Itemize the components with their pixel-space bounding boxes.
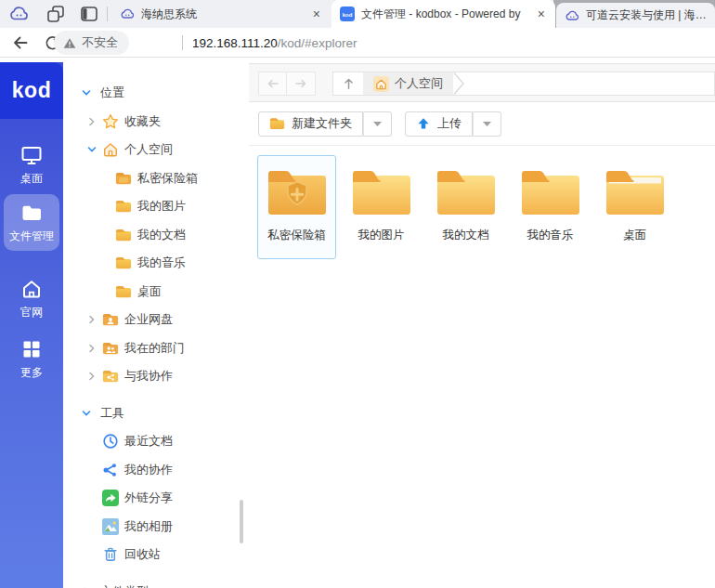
tree-item-recycle-bin[interactable]: 回收站 — [63, 541, 249, 569]
folder-icon — [436, 166, 497, 216]
tree-item-favorites[interactable]: 收藏夹 — [63, 108, 249, 137]
tree-label: 收藏夹 — [124, 113, 161, 130]
tree-label: 我的协作 — [124, 462, 173, 478]
sidebar-item-desktop[interactable]: 桌面 — [4, 137, 59, 193]
tab-hinas-system[interactable]: 海纳思系统 × — [111, 0, 331, 28]
file-item-my-pictures[interactable]: 我的图片 — [342, 155, 421, 259]
star-icon — [102, 113, 119, 130]
tree-scrollbar[interactable] — [240, 500, 243, 543]
folder-icon — [115, 227, 132, 243]
upload-button[interactable]: 上传 — [405, 111, 473, 137]
tree-item-my-albums[interactable]: 我的相册 — [63, 513, 249, 542]
arrow-left-icon — [266, 76, 280, 91]
upload-label: 上传 — [437, 115, 462, 132]
toolbar: 新建文件夹 上传 — [249, 102, 715, 146]
folder-icon — [115, 198, 132, 215]
file-browser-panel: 个人空间 新建文件夹 上传 — [249, 58, 715, 588]
tree-section-file-types[interactable]: 文件类型 — [63, 578, 249, 588]
back-icon[interactable] — [11, 33, 30, 52]
security-label: 不安全 — [82, 34, 118, 51]
history-back-button[interactable] — [258, 72, 287, 96]
close-icon[interactable]: × — [536, 7, 547, 20]
folder-department-icon — [102, 340, 119, 357]
tree-label: 工具 — [100, 405, 124, 422]
file-item-desktop[interactable]: 桌面 — [595, 155, 674, 259]
tree-label: 我的文档 — [137, 227, 186, 243]
share-nodes-icon — [102, 462, 119, 478]
tree-label: 我在的部门 — [124, 340, 185, 357]
file-label: 私密保险箱 — [267, 228, 326, 243]
split-screen-icon[interactable] — [79, 4, 99, 24]
tree-item-my-collaboration[interactable]: 我的协作 — [63, 456, 249, 485]
history-forward-button[interactable] — [287, 72, 316, 96]
tree-item-recent-documents[interactable]: 最近文档 — [63, 427, 249, 456]
monitor-icon — [20, 144, 43, 166]
tree-label: 外链分享 — [124, 490, 173, 506]
sidebar-item-more[interactable]: 更多 — [4, 331, 59, 387]
sidebar-item-label: 更多 — [20, 365, 43, 381]
tree-item-my-departments[interactable]: 我在的部门 — [63, 334, 249, 363]
tree-item-my-documents[interactable]: 我的文档 — [63, 221, 249, 250]
folder-icon — [351, 166, 412, 216]
arrow-up-icon — [342, 76, 356, 91]
new-folder-dropdown-button[interactable] — [363, 111, 392, 137]
tree-section-tools[interactable]: 工具 — [63, 399, 249, 428]
kod-logo-text: kod — [12, 78, 51, 103]
chevron-down-icon[interactable] — [82, 88, 91, 98]
tree-item-enterprise-drive[interactable]: 企业网盘 — [63, 306, 249, 334]
file-grid: 私密保险箱 我的图片 我的文档 — [249, 146, 715, 588]
vault-folder-icon — [266, 166, 328, 216]
tree-item-shared-with-me[interactable]: 与我协作 — [63, 362, 249, 391]
sidebar-item-file-manager[interactable]: 文件管理 — [4, 194, 59, 251]
file-label: 桌面 — [623, 228, 646, 243]
tab-kodcloud-docs[interactable]: 可道云安装与使用 | 海纳思 — [556, 3, 715, 28]
tree-item-my-music[interactable]: 我的音乐 — [63, 249, 249, 278]
workspace-cloud-icon[interactable] — [8, 4, 29, 24]
app-sidebar: kod 桌面 文件管理 官网 更多 — [0, 62, 63, 588]
upload-dropdown-button[interactable] — [473, 111, 501, 137]
tab-layers-icon[interactable] — [46, 4, 66, 24]
home-icon — [20, 278, 43, 300]
chevron-right-icon[interactable] — [87, 117, 97, 126]
cloud-icon — [565, 8, 579, 23]
sidebar-item-website[interactable]: 官网 — [4, 270, 59, 327]
file-item-vault[interactable]: 私密保险箱 — [257, 155, 336, 259]
tree-item-my-pictures[interactable]: 我的图片 — [63, 192, 249, 221]
sidebar-item-label: 文件管理 — [9, 229, 54, 244]
folder-share-icon — [102, 368, 119, 385]
folder-icon — [115, 255, 132, 271]
chevron-right-icon[interactable] — [87, 372, 97, 381]
file-label: 我的音乐 — [527, 228, 574, 243]
tree-label: 回收站 — [124, 546, 161, 563]
address-bar[interactable]: 192.168.111.20/kod/#explorer — [182, 31, 357, 55]
chevron-down-icon[interactable] — [87, 145, 97, 154]
up-level-button[interactable] — [333, 72, 363, 95]
breadcrumb-segment-personal-space[interactable]: 个人空间 — [363, 72, 453, 95]
tree-label: 私密保险箱 — [137, 170, 198, 187]
folder-icon — [269, 117, 285, 130]
site-security-chip[interactable]: 不安全 — [54, 31, 129, 55]
file-item-my-music[interactable]: 我的音乐 — [511, 155, 590, 259]
file-item-my-documents[interactable]: 我的文档 — [426, 155, 505, 259]
tree-label: 文件类型 — [100, 583, 149, 588]
tree-item-external-share[interactable]: 外链分享 — [63, 484, 249, 513]
chevron-right-icon[interactable] — [87, 315, 97, 324]
tab-title: 海纳思系统 — [141, 7, 305, 22]
chevron-down-icon[interactable] — [82, 409, 91, 418]
tree-section-locations[interactable]: 位置 — [63, 79, 249, 108]
folder-desktop-icon — [604, 166, 666, 216]
tree-item-personal-space[interactable]: 个人空间 — [63, 136, 249, 164]
new-folder-button[interactable]: 新建文件夹 — [258, 111, 363, 137]
caret-down-icon — [373, 122, 382, 126]
tree-item-desktop[interactable]: 桌面 — [63, 278, 249, 307]
home-icon — [102, 141, 119, 158]
kod-logo: kod — [0, 62, 63, 119]
tab-file-manager-active[interactable]: kod 文件管理 - kodbox - Powered by × — [332, 0, 555, 28]
breadcrumb-bar: 个人空间 — [249, 63, 715, 102]
chevron-right-icon[interactable] — [87, 344, 97, 353]
new-folder-label: 新建文件夹 — [292, 115, 352, 132]
close-icon[interactable]: × — [311, 7, 322, 20]
url-text: 192.168.111.20/kod/#explorer — [192, 36, 357, 50]
tree-item-vault[interactable]: 私密保险箱 — [63, 164, 249, 193]
folder-icon — [520, 166, 581, 216]
